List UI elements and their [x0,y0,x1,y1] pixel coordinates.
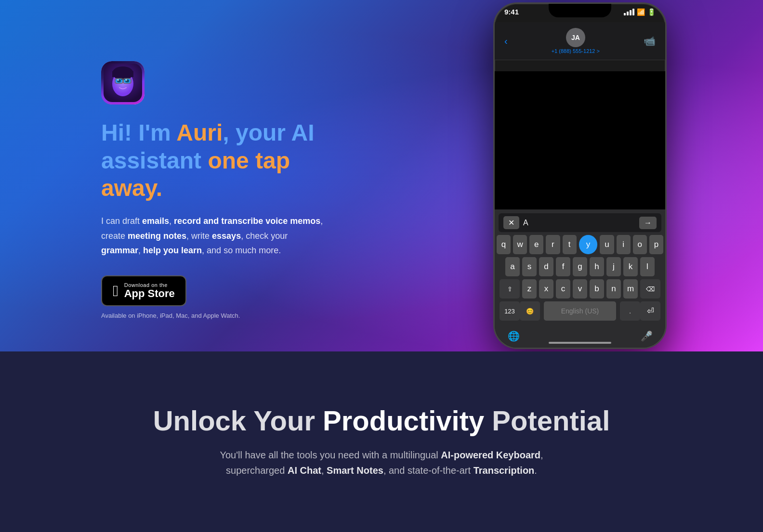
hero-heading: Hi! I'm Auri, your AI assistant one tap … [101,119,328,202]
app-store-button[interactable]:  Download on the App Store [101,275,186,306]
keyboard-mic-icon[interactable]: 🎤 [636,326,657,346]
key-emoji[interactable]: 😊 [520,301,540,321]
key-m[interactable]: m [623,279,638,298]
keyboard-row-1: q w e r t y u i o p [497,235,663,254]
key-r[interactable]: r [546,235,560,254]
app-icon [101,61,145,104]
key-a[interactable]: a [505,257,520,276]
hero-left-content: Hi! I'm Auri, your AI assistant one tap … [0,32,328,319]
svg-rect-3 [112,71,133,77]
key-k[interactable]: k [623,257,638,276]
signal-bar-3 [630,10,631,15]
phone-notch [549,4,611,17]
app-availability-text: Available on iPhone, iPad, Mac, and Appl… [101,312,328,319]
battery-icon: 🔋 [647,8,656,16]
messenger-header: ‹ JA +1 (888) 555-1212 > 📹 [495,22,665,60]
key-backspace[interactable]: ⌫ [640,279,660,298]
signal-bar-2 [627,12,629,15]
keyboard-row-2: a s d f g h j k l [497,257,663,276]
key-n[interactable]: n [606,279,621,298]
status-time: 9:41 [504,8,519,16]
phone-showcase: 9:41 📶 🔋 ‹ JA +1 (888) 555- [493,0,667,351]
keyboard-next-key[interactable]: → [639,217,657,229]
phone-mockup: 9:41 📶 🔋 ‹ JA +1 (888) 555- [493,2,667,349]
status-icons: 📶 🔋 [624,8,656,16]
key-d[interactable]: d [539,257,553,276]
keyboard-input-row: ✕ A → [499,213,661,232]
app-store-btn-text: Download on the App Store [124,282,175,299]
wifi-icon: 📶 [637,8,645,16]
key-v[interactable]: v [573,279,587,298]
hero-description: I can draft emails, record and transcrib… [101,214,328,258]
signal-bars [624,9,634,15]
key-g[interactable]: g [573,257,587,276]
contact-avatar: JA [566,28,585,47]
keyboard-row-4: 123 😊 English (US) . ⏎ [497,301,663,324]
key-o[interactable]: o [633,235,647,254]
keyboard-delete-key[interactable]: ✕ [503,216,519,229]
keyboard-typed-text: A [523,219,635,227]
key-shift[interactable]: ⇧ [500,279,520,298]
contact-phone: +1 (888) 555-1212 > [552,48,600,54]
keyboard: ✕ A → q w e r t y u i o p [495,209,665,348]
apple-icon:  [113,283,118,298]
signal-bar-4 [632,9,634,15]
key-period[interactable]: . [620,301,640,321]
keyboard-globe-row: 🌐 🎤 [497,324,663,348]
key-x[interactable]: x [539,279,553,298]
key-l[interactable]: l [640,257,655,276]
signal-bar-1 [624,13,626,15]
key-b[interactable]: b [590,279,604,298]
key-p[interactable]: p [649,235,663,254]
key-z[interactable]: z [522,279,537,298]
app-icon-graphic [104,64,142,102]
phone-home-indicator [549,342,611,344]
svg-point-11 [117,79,119,81]
key-j[interactable]: j [606,257,621,276]
contact-info: JA +1 (888) 555-1212 > [552,28,600,54]
key-i[interactable]: i [617,235,631,254]
keyboard-row-3: ⇧ z x c v b n m ⌫ [497,279,663,298]
key-t[interactable]: t [563,235,577,254]
key-w[interactable]: w [513,235,527,254]
back-button[interactable]: ‹ [504,36,508,47]
app-store-top-label: Download on the [124,282,175,288]
key-y[interactable]: y [579,235,598,254]
key-q[interactable]: q [497,235,511,254]
key-f[interactable]: f [556,257,570,276]
key-c[interactable]: c [556,279,570,298]
video-call-button[interactable]: 📹 [644,35,656,47]
key-space[interactable]: English (US) [544,301,616,321]
globe-icon[interactable]: 🌐 [503,326,524,346]
key-123[interactable]: 123 [500,301,520,321]
key-return[interactable]: ⏎ [640,301,660,321]
hero-section: Hi! I'm Auri, your AI assistant one tap … [0,0,763,351]
bottom-description: You'll have all the tools you need with … [220,447,543,478]
app-store-bottom-label: App Store [124,288,175,299]
key-u[interactable]: u [600,235,614,254]
svg-point-12 [125,79,127,81]
key-s[interactable]: s [522,257,537,276]
bottom-title: Unlock Your Productivity Potential [153,405,610,436]
key-e[interactable]: e [529,235,543,254]
key-h[interactable]: h [590,257,604,276]
bottom-section: Unlock Your Productivity Potential You'l… [0,351,763,532]
